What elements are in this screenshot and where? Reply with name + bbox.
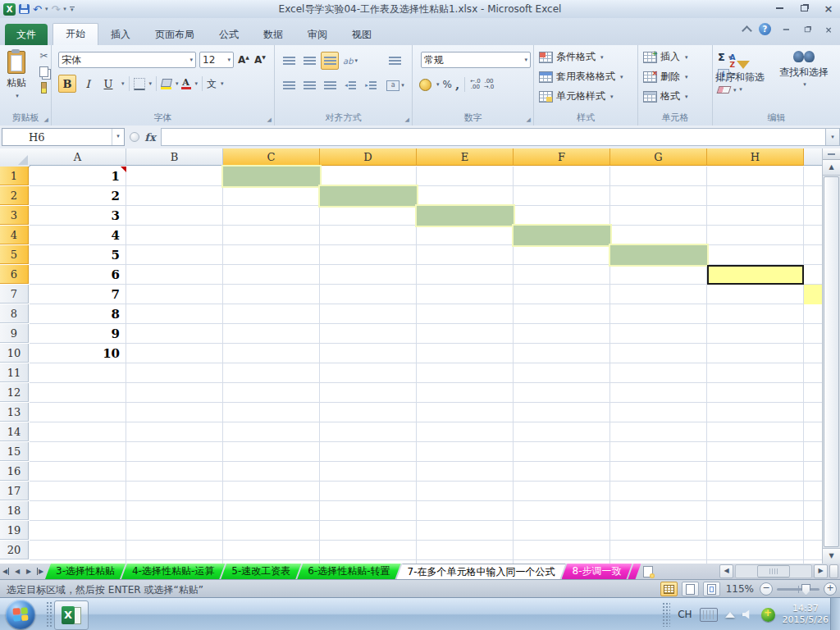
close-button[interactable]: ×: [822, 3, 835, 13]
row-header-18[interactable]: 18: [0, 501, 29, 520]
accounting-format-icon[interactable]: [419, 79, 431, 91]
tab-file[interactable]: 文件: [5, 24, 48, 45]
tab-data[interactable]: 数据: [251, 25, 295, 45]
accounting-dropdown-icon[interactable]: ▾: [436, 81, 440, 88]
insert-function-icon[interactable]: fx: [144, 131, 155, 144]
row-header-3[interactable]: 3: [0, 206, 29, 225]
clock[interactable]: 14:37 2015/5/26: [783, 603, 829, 626]
column-header-D[interactable]: D: [320, 148, 417, 166]
delete-cells-button[interactable]: 删除▾: [643, 70, 688, 84]
scroll-right-icon[interactable]: ▶: [814, 564, 828, 578]
tab-view[interactable]: 视图: [340, 25, 384, 45]
merge-center-button[interactable]: a▾: [382, 76, 409, 94]
show-hidden-icons-icon[interactable]: [725, 612, 735, 618]
language-indicator[interactable]: CH: [678, 609, 692, 620]
column-header-partial[interactable]: [804, 148, 823, 166]
cell-A1[interactable]: 1: [30, 167, 126, 186]
align-bottom-button[interactable]: [321, 52, 339, 70]
expand-formula-bar-icon[interactable]: ▾: [825, 128, 840, 146]
row-header-9[interactable]: 9: [0, 324, 29, 343]
horizontal-scroll-track[interactable]: [735, 564, 812, 578]
name-box-dropdown-icon[interactable]: ▾: [112, 129, 124, 145]
row-header-13[interactable]: 13: [0, 403, 29, 422]
row-header-16[interactable]: 16: [0, 462, 29, 481]
increase-decimal-icon[interactable]: ←.0.00: [470, 79, 481, 90]
fill-color-dropdown-icon[interactable]: ▾: [176, 80, 179, 87]
workbook-minimize-button[interactable]: [781, 25, 792, 34]
column-header-H[interactable]: H: [707, 148, 804, 166]
tab-insert[interactable]: 插入: [98, 25, 143, 45]
scroll-up-icon[interactable]: ▲: [823, 160, 840, 176]
insert-cells-button[interactable]: 插入▾: [643, 50, 688, 64]
sheet-tab-7-在多个单元格中输入同一个公式[interactable]: 7-在多个单元格中输入同一个公式: [397, 564, 566, 579]
row-header-6[interactable]: 6: [0, 265, 29, 284]
cell-D2[interactable]: [320, 186, 417, 206]
cell-A5[interactable]: 5: [30, 245, 126, 265]
cell-styles-button[interactable]: 单元格样式▾: [539, 89, 623, 103]
cut-icon[interactable]: ✂: [39, 50, 48, 62]
workbook-close-button[interactable]: ×: [824, 25, 834, 34]
column-header-C[interactable]: C: [223, 148, 320, 166]
font-name-combo[interactable]: 宋体▾: [58, 52, 196, 68]
zoom-slider-thumb[interactable]: [801, 584, 810, 596]
find-select-button[interactable]: 查找和选择 ▾: [774, 49, 833, 88]
column-header-A[interactable]: A: [30, 148, 126, 166]
number-dialog-launcher-icon[interactable]: ◢: [527, 117, 531, 123]
paste-button[interactable]: 粘贴 ▾: [2, 49, 30, 108]
alignment-dialog-launcher-icon[interactable]: ◢: [405, 117, 409, 123]
insert-worksheet-button[interactable]: [641, 564, 655, 579]
column-header-B[interactable]: B: [126, 148, 223, 166]
italic-button[interactable]: I: [79, 75, 97, 93]
number-format-combo[interactable]: 常规▾: [421, 52, 531, 68]
grow-font-button[interactable]: A▲: [237, 53, 250, 66]
fill-color-icon[interactable]: [161, 79, 171, 89]
page-layout-view-button[interactable]: [682, 582, 699, 596]
cell-C1[interactable]: [223, 167, 320, 186]
underline-button[interactable]: U: [99, 75, 117, 93]
redo-icon[interactable]: ↷: [51, 4, 60, 15]
cells-area[interactable]: 12345678910: [30, 167, 823, 564]
cell-A3[interactable]: 3: [30, 206, 126, 226]
format-cells-button[interactable]: 格式▾: [643, 89, 688, 103]
cell-A9[interactable]: 9: [30, 324, 126, 344]
tab-home[interactable]: 开始: [52, 23, 98, 45]
row-header-15[interactable]: 15: [0, 442, 29, 461]
decrease-decimal-icon[interactable]: .00→.0: [484, 79, 495, 90]
cell-H6[interactable]: [707, 265, 804, 285]
row-header-1[interactable]: 1: [0, 167, 29, 185]
bold-button[interactable]: B: [58, 75, 76, 93]
cell-A4[interactable]: 4: [30, 226, 126, 245]
tab-formulas[interactable]: 公式: [207, 25, 251, 45]
cell-A7[interactable]: 7: [30, 285, 126, 304]
customize-qat-icon[interactable]: ▾: [70, 7, 75, 11]
borders-dropdown-icon[interactable]: ▾: [149, 80, 153, 87]
minimize-button[interactable]: [773, 3, 786, 13]
phonetic-guide-icon[interactable]: 文: [207, 77, 217, 91]
align-left-button[interactable]: [280, 76, 298, 94]
zoom-level[interactable]: 115%: [726, 583, 754, 595]
restore-button[interactable]: [797, 3, 810, 13]
column-header-G[interactable]: G: [610, 148, 707, 166]
row-header-2[interactable]: 2: [0, 186, 29, 205]
cell-A6[interactable]: 6: [30, 265, 126, 285]
row-header-19[interactable]: 19: [0, 521, 29, 540]
phonetic-dropdown-icon[interactable]: ▾: [221, 80, 224, 87]
column-header-F[interactable]: F: [514, 148, 610, 166]
row-header-8[interactable]: 8: [0, 304, 29, 323]
horizontal-scroll-thumb[interactable]: [757, 565, 790, 578]
workbook-restore-button[interactable]: [802, 25, 813, 34]
select-all-corner[interactable]: [0, 148, 30, 167]
increase-indent-button[interactable]: ▸: [362, 76, 380, 94]
redo-dropdown-icon[interactable]: ▾: [63, 6, 66, 12]
percent-style-icon[interactable]: %: [443, 79, 452, 90]
align-top-button[interactable]: [280, 52, 298, 70]
sheet-tab-8-步调一致[interactable]: 8-步调一致: [562, 564, 632, 579]
zoom-out-button[interactable]: −: [760, 582, 773, 596]
vertical-scroll-thumb[interactable]: [824, 176, 839, 547]
orientation-button[interactable]: ab▾: [341, 52, 359, 70]
comma-style-icon[interactable]: ,: [455, 77, 459, 92]
undo-dropdown-icon[interactable]: ▾: [45, 6, 48, 12]
split-handle[interactable]: [823, 148, 840, 160]
font-dialog-launcher-icon[interactable]: ◢: [267, 117, 272, 123]
row-header-14[interactable]: 14: [0, 422, 29, 441]
